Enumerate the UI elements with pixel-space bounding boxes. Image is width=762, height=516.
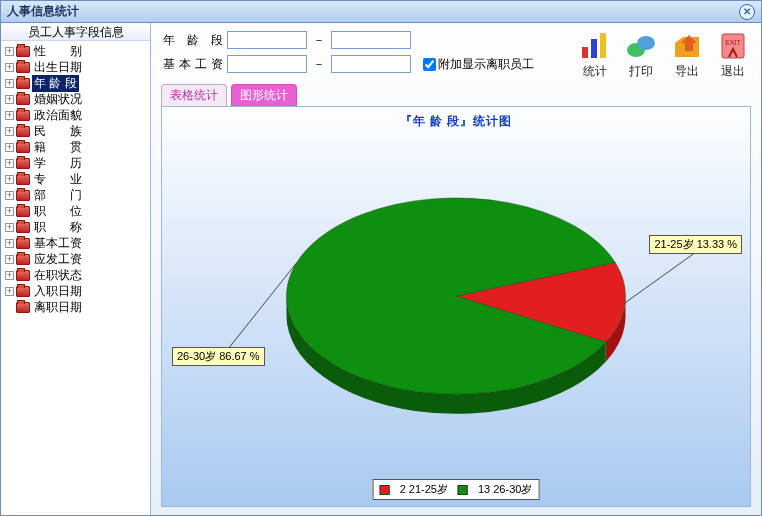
sidebar-item-4[interactable]: +政治面貌 (1, 107, 150, 123)
expand-icon[interactable]: + (5, 207, 14, 216)
field-tree[interactable]: +性 别+出生日期+年 龄 段+婚姻状况+政治面貌+民 族+籍 贯+学 历+专 … (1, 41, 150, 515)
tree-item-label: 职 称 (32, 219, 84, 236)
expand-icon[interactable]: + (5, 63, 14, 72)
tree-item-label: 在职状态 (32, 267, 84, 284)
print-button[interactable]: 打印 (625, 31, 657, 80)
tree-item-label: 籍 贯 (32, 139, 84, 156)
tree-item-label: 职 位 (32, 203, 84, 220)
exit-icon: EXIT (717, 31, 749, 61)
sidebar-item-14[interactable]: +在职状态 (1, 267, 150, 283)
expand-icon[interactable]: + (5, 191, 14, 200)
expand-icon[interactable]: + (5, 95, 14, 104)
tree-item-label: 学 历 (32, 155, 84, 172)
sidebar-item-7[interactable]: +学 历 (1, 155, 150, 171)
sidebar-item-16[interactable]: 离职日期 (1, 299, 150, 315)
tree-item-label: 离职日期 (32, 299, 84, 316)
expand-icon[interactable]: + (5, 47, 14, 56)
folder-icon (16, 46, 30, 57)
toolbar: 年 龄 段 － 基本工资 － 附加显示离职员工 (151, 23, 761, 84)
expand-icon[interactable]: + (5, 287, 14, 296)
window-frame: 人事信息统计 ✕ 员工人事字段信息 +性 别+出生日期+年 龄 段+婚姻状况+政… (0, 0, 762, 516)
folder-icon (16, 286, 30, 297)
legend-swatch-2 (458, 485, 468, 495)
expand-icon[interactable]: + (5, 239, 14, 248)
svg-rect-1 (591, 39, 597, 58)
sidebar-item-15[interactable]: +入职日期 (1, 283, 150, 299)
print-label: 打印 (629, 63, 653, 80)
sidebar-item-9[interactable]: +部 门 (1, 187, 150, 203)
tab-chart[interactable]: 图形统计 (231, 84, 297, 106)
main-pane: 年 龄 段 － 基本工资 － 附加显示离职员工 (151, 23, 761, 515)
folder-icon (16, 126, 30, 137)
filter-age-from[interactable] (227, 31, 307, 49)
sidebar-item-11[interactable]: +职 称 (1, 219, 150, 235)
tree-item-label: 年 龄 段 (32, 75, 79, 92)
chart-pane: 『年 龄 段』统计图 21-25岁 13.33 % 26-30岁 86.67 %… (161, 106, 751, 507)
folder-icon (16, 190, 30, 201)
pie-label-1: 21-25岁 13.33 % (649, 235, 742, 254)
sidebar-item-3[interactable]: +婚姻状况 (1, 91, 150, 107)
filter-salary-label: 基本工资 (163, 56, 223, 73)
expand-icon[interactable]: + (5, 271, 14, 280)
folder-icon (16, 238, 30, 249)
range-sep-1: － (311, 32, 327, 49)
checkbox-label: 附加显示离职员工 (438, 56, 534, 73)
svg-line-8 (224, 263, 296, 354)
tree-item-label: 民 族 (32, 123, 84, 140)
close-icon[interactable]: ✕ (739, 4, 755, 20)
sidebar-item-2[interactable]: +年 龄 段 (1, 75, 150, 91)
expand-icon[interactable]: + (5, 159, 14, 168)
pie-chart (162, 131, 750, 470)
expand-icon[interactable]: + (5, 143, 14, 152)
sidebar-item-5[interactable]: +民 族 (1, 123, 150, 139)
sidebar-header: 员工人事字段信息 (1, 23, 150, 41)
sidebar-item-0[interactable]: +性 别 (1, 43, 150, 59)
folder-icon (16, 142, 30, 153)
tree-item-label: 专 业 (32, 171, 84, 188)
folder-icon (16, 222, 30, 233)
folder-icon (16, 174, 30, 185)
tab-bar: 表格统计 图形统计 (151, 84, 761, 106)
expand-icon[interactable]: + (5, 175, 14, 184)
checkbox-input[interactable] (423, 58, 436, 71)
folder-icon (16, 110, 30, 121)
sidebar-item-8[interactable]: +专 业 (1, 171, 150, 187)
folder-icon (16, 254, 30, 265)
legend-swatch-1 (380, 485, 390, 495)
tree-item-label: 入职日期 (32, 283, 84, 300)
export-label: 导出 (675, 63, 699, 80)
filter-age-to[interactable] (331, 31, 411, 49)
expand-icon[interactable]: + (5, 111, 14, 120)
folder-icon (16, 158, 30, 169)
filter-salary-from[interactable] (227, 55, 307, 73)
export-icon (671, 31, 703, 61)
tab-table[interactable]: 表格统计 (161, 84, 227, 106)
tree-item-label: 婚姻状况 (32, 91, 84, 108)
legend-text-2: 13 26-30岁 (478, 482, 532, 497)
svg-text:EXIT: EXIT (725, 39, 741, 46)
expand-icon[interactable]: + (5, 79, 14, 88)
expand-icon[interactable]: + (5, 127, 14, 136)
filter-salary-to[interactable] (331, 55, 411, 73)
sidebar-item-1[interactable]: +出生日期 (1, 59, 150, 75)
show-resigned-checkbox[interactable]: 附加显示离职员工 (423, 56, 534, 73)
svg-rect-5 (722, 34, 744, 58)
pie-label-2: 26-30岁 86.67 % (172, 347, 265, 366)
tree-item-label: 出生日期 (32, 59, 84, 76)
svg-rect-2 (600, 33, 606, 58)
stat-button[interactable]: 统计 (579, 31, 611, 80)
svg-point-4 (637, 36, 655, 50)
window-title: 人事信息统计 (7, 3, 79, 20)
sidebar-item-10[interactable]: +职 位 (1, 203, 150, 219)
sidebar-item-6[interactable]: +籍 贯 (1, 139, 150, 155)
folder-icon (16, 302, 30, 313)
exit-button[interactable]: EXIT 退出 (717, 31, 749, 80)
svg-rect-0 (582, 47, 588, 58)
export-button[interactable]: 导出 (671, 31, 703, 80)
expand-icon[interactable]: + (5, 223, 14, 232)
svg-line-7 (625, 251, 697, 302)
sidebar-item-13[interactable]: +应发工资 (1, 251, 150, 267)
expand-icon[interactable]: + (5, 255, 14, 264)
sidebar-item-12[interactable]: +基本工资 (1, 235, 150, 251)
tree-item-label: 基本工资 (32, 235, 84, 252)
